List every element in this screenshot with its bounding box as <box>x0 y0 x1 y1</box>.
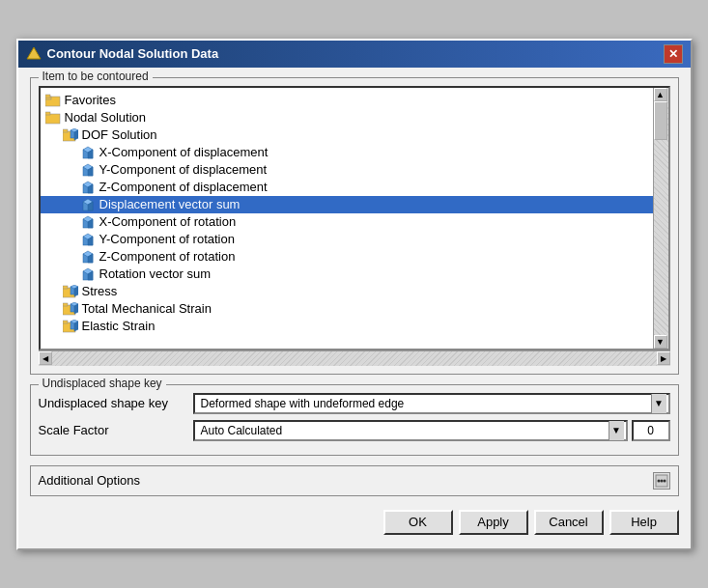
dialog-body: Item to be contoured <box>18 68 691 548</box>
close-button[interactable]: ✕ <box>664 44 683 64</box>
button-row: OK Apply Cancel Help <box>30 506 679 539</box>
tree-label: Z-Component of rotation <box>99 249 236 264</box>
tree-label: Favorites <box>65 93 116 107</box>
folder-icon <box>44 93 62 108</box>
additional-options-row[interactable]: Additional Options <box>30 465 679 496</box>
svg-rect-46 <box>63 321 68 323</box>
tree-scroll-area: Favorites Nodal Solution <box>39 86 670 366</box>
scroll-up-button[interactable]: ▲ <box>654 88 667 101</box>
svg-point-51 <box>657 479 660 482</box>
item-group-label: Item to be contoured <box>39 70 153 83</box>
svg-rect-4 <box>45 114 60 124</box>
tree-item-displacement-vector-sum[interactable]: Displacement vector sum <box>41 196 653 213</box>
scale-number-input[interactable]: 0 <box>632 420 670 441</box>
tree-label: Y-Component of rotation <box>99 232 235 246</box>
cube-icon <box>79 249 97 265</box>
scale-select-arrow[interactable]: ▼ <box>609 421 624 440</box>
svg-marker-49 <box>74 322 78 331</box>
tree-item-rotation-vector-sum[interactable]: Rotation vector sum <box>41 266 653 283</box>
expand-icon[interactable] <box>653 472 670 490</box>
folder-cube-icon <box>62 301 79 317</box>
scroll-h-track[interactable] <box>52 351 657 366</box>
svg-rect-7 <box>63 129 68 132</box>
tree-label: Stress <box>82 284 118 298</box>
tree-item-z-displacement[interactable]: Z-Component of displacement <box>41 179 653 196</box>
additional-options-label: Additional Options <box>39 473 141 488</box>
tree-label: Nodal Solution <box>65 110 147 125</box>
help-button[interactable]: Help <box>609 510 679 535</box>
tree-item-stress[interactable]: Stress <box>41 283 653 300</box>
tree-item-x-rotation[interactable]: X-Component of rotation <box>41 213 653 231</box>
cube-icon <box>79 180 97 195</box>
cube-icon <box>79 162 97 178</box>
scale-group: Auto Calculated ▼ 0 <box>193 420 670 441</box>
app-icon <box>26 46 42 62</box>
svg-rect-5 <box>45 112 50 115</box>
tree-item-z-rotation[interactable]: Z-Component of rotation <box>41 248 653 266</box>
svg-rect-3 <box>45 95 50 98</box>
folder-cube-icon <box>62 319 79 334</box>
key-select-arrow[interactable]: ▼ <box>651 394 666 413</box>
tree-item-elastic-strain[interactable]: Elastic Strain <box>41 318 653 335</box>
svg-marker-0 <box>27 47 41 59</box>
tree-label: Displacement vector sum <box>99 197 241 211</box>
tree-item-x-displacement[interactable]: X-Component of displacement <box>41 144 653 161</box>
horizontal-scrollbar[interactable]: ◀ ▶ <box>39 350 670 366</box>
tree-label: Z-Component of displacement <box>99 180 268 194</box>
cube-icon <box>79 232 97 247</box>
cube-icon <box>79 214 97 230</box>
tree-item-nodal-solution[interactable]: Nodal Solution <box>41 109 653 126</box>
cancel-button[interactable]: Cancel <box>534 510 604 535</box>
undisplaced-group-label: Undisplaced shape key <box>39 377 166 390</box>
title-bar: Contour Nodal Solution Data ✕ <box>18 41 691 68</box>
tree-label: Y-Component of displacement <box>99 162 268 177</box>
svg-rect-36 <box>63 286 68 289</box>
tree-label: Elastic Strain <box>82 319 156 333</box>
vertical-scrollbar[interactable]: ▲ ▼ <box>653 88 668 349</box>
scroll-track[interactable] <box>654 101 668 335</box>
svg-point-53 <box>663 479 666 482</box>
scale-select[interactable]: Auto Calculated ▼ <box>193 420 628 441</box>
cube-icon <box>79 197 97 212</box>
item-to-contour-group: Item to be contoured <box>30 77 679 375</box>
scroll-right-button[interactable]: ▶ <box>657 351 670 365</box>
folder-cube-icon <box>62 284 79 299</box>
svg-point-52 <box>660 479 663 482</box>
scroll-down-button[interactable]: ▼ <box>654 335 667 349</box>
apply-button[interactable]: Apply <box>459 510 528 535</box>
tree-item-y-rotation[interactable]: Y-Component of rotation <box>41 231 653 248</box>
cube-icon <box>79 266 97 282</box>
tree-label: Total Mechanical Strain <box>82 301 212 316</box>
tree-content-area: Favorites Nodal Solution <box>39 86 670 350</box>
svg-marker-39 <box>74 287 78 296</box>
svg-rect-41 <box>63 303 68 306</box>
tree-item-total-mech-strain[interactable]: Total Mechanical Strain <box>41 300 653 318</box>
key-label: Undisplaced shape key <box>39 396 193 410</box>
tree-items[interactable]: Favorites Nodal Solution <box>41 88 653 349</box>
svg-marker-10 <box>74 130 78 140</box>
scroll-thumb[interactable] <box>654 101 667 140</box>
undisplaced-shape-group: Undisplaced shape key Undisplaced shape … <box>30 384 679 456</box>
tree-label: Rotation vector sum <box>99 266 212 281</box>
folder-cube-icon <box>62 127 79 143</box>
key-select[interactable]: Deformed shape with undeformed edge ▼ <box>193 393 670 414</box>
scale-label: Scale Factor <box>39 423 193 437</box>
cube-icon <box>79 145 97 160</box>
scale-row: Scale Factor Auto Calculated ▼ 0 <box>39 420 670 441</box>
folder-icon <box>44 110 62 126</box>
scroll-left-button[interactable]: ◀ <box>39 351 52 365</box>
dialog-title: Contour Nodal Solution Data <box>47 46 219 61</box>
main-dialog: Contour Nodal Solution Data ✕ Item to be… <box>16 39 693 550</box>
key-select-value: Deformed shape with undeformed edge <box>197 397 651 410</box>
tree-label: DOF Solution <box>82 127 157 142</box>
tree-label: X-Component of rotation <box>99 214 237 229</box>
key-row: Undisplaced shape key Deformed shape wit… <box>39 393 670 414</box>
tree-item-favorites[interactable]: Favorites <box>41 92 653 109</box>
title-bar-left: Contour Nodal Solution Data <box>26 46 219 62</box>
tree-item-dof-solution[interactable]: DOF Solution <box>41 126 653 144</box>
tree-label: X-Component of displacement <box>99 145 269 159</box>
svg-marker-44 <box>74 304 78 314</box>
ok-button[interactable]: OK <box>383 510 453 535</box>
tree-item-y-displacement[interactable]: Y-Component of displacement <box>41 161 653 179</box>
scale-select-value: Auto Calculated <box>197 424 609 437</box>
